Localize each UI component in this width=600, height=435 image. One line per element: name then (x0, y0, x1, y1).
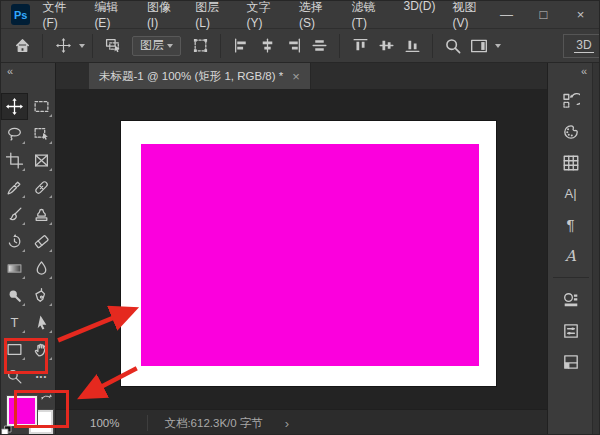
status-bar: 100% 文档:612.3K/0 字节 › (56, 409, 547, 435)
chevron-down-icon (167, 44, 173, 48)
close-button[interactable]: × (562, 1, 599, 28)
tool-spot-healing[interactable] (28, 174, 55, 201)
minimize-button[interactable]: — (488, 1, 525, 28)
tool-brush[interactable] (1, 201, 28, 228)
dock-edge (592, 63, 599, 435)
separator (220, 34, 221, 58)
menu-type[interactable]: 文字(Y) (247, 0, 283, 30)
align-left-button[interactable] (228, 33, 254, 59)
character-glyph: A| (564, 186, 576, 201)
maximize-button[interactable]: □ (525, 1, 562, 28)
photoshop-logo: Ps (11, 4, 30, 25)
divider (553, 277, 589, 278)
tools-panel: « (1, 63, 56, 435)
glyphs-panel-icon[interactable]: A (556, 240, 586, 271)
status-options-chevron[interactable]: › (285, 416, 289, 431)
tool-eraser[interactable] (28, 228, 55, 255)
menu-image[interactable]: 图像(I) (147, 0, 178, 30)
layer-target-dropdown[interactable]: 图层 (132, 36, 181, 56)
align-middle-vertical-button[interactable] (373, 33, 399, 59)
glyphs-glyph: A (565, 247, 576, 265)
paragraph-glyph: ¶ (566, 216, 574, 233)
tool-type[interactable]: T (1, 309, 28, 336)
tool-history-brush[interactable] (1, 228, 28, 255)
separator (339, 34, 340, 58)
distribute-vertical-centers-button[interactable] (306, 33, 332, 59)
tab-close-icon[interactable]: × (292, 69, 300, 84)
tool-blur[interactable] (28, 255, 55, 282)
workspace-switcher-icon[interactable] (466, 33, 492, 59)
color-panel-icon[interactable] (556, 116, 586, 147)
separator (42, 34, 43, 58)
menu-edit[interactable]: 编辑(E) (94, 0, 130, 30)
menu-3d[interactable]: 3D(D) (403, 0, 435, 30)
tool-lasso[interactable] (1, 120, 28, 147)
character-panel-icon[interactable]: A| (556, 178, 586, 209)
document-tab-title: 未标题-1 @ 100% (矩形 1, RGB/8) * (99, 69, 283, 84)
document-tab[interactable]: 未标题-1 @ 100% (矩形 1, RGB/8) * × (89, 63, 311, 89)
swap-colors-icon[interactable] (40, 393, 53, 403)
tool-rectangle[interactable] (1, 336, 28, 363)
menu-file[interactable]: 文件(F) (42, 0, 77, 30)
document-size-info: 文档:612.3K/0 字节 (164, 416, 262, 431)
document-tab-bar: 未标题-1 @ 100% (矩形 1, RGB/8) * × (56, 63, 547, 89)
magenta-rectangle-shape[interactable] (141, 144, 479, 366)
layers-panel-icon[interactable] (556, 346, 586, 377)
more-icon: ••• (36, 372, 47, 381)
libraries-panel-icon[interactable] (556, 284, 586, 315)
tool-eyedropper[interactable] (1, 174, 28, 201)
menu-bar: Ps 文件(F) 编辑(E) 图像(I) 图层(L) 文字(Y) 选择(S) 滤… (1, 1, 599, 29)
document-canvas[interactable] (121, 121, 496, 386)
tool-zoom[interactable] (1, 363, 28, 390)
layer-target-label: 图层 (140, 37, 164, 54)
color-swatches (1, 392, 56, 435)
tool-path-select[interactable] (28, 309, 55, 336)
workspace-chevron-icon[interactable] (495, 44, 501, 48)
zoom-level-field[interactable]: 100% (90, 417, 119, 429)
main-menus: 文件(F) 编辑(E) 图像(I) 图层(L) 文字(Y) 选择(S) 滤镜(T… (42, 0, 488, 30)
swatches-panel-icon[interactable] (556, 147, 586, 178)
3d-mode-button[interactable]: 3D (563, 34, 600, 58)
tool-frame[interactable] (28, 147, 55, 174)
tool-crop[interactable] (1, 147, 28, 174)
window-controls: — □ × (488, 1, 599, 28)
collapse-toolbar-button[interactable]: « (1, 63, 55, 79)
3d-mode-label: 3D (574, 38, 593, 53)
align-right-button[interactable] (280, 33, 306, 59)
properties-panel-icon[interactable] (556, 315, 586, 346)
move-tool-option-icon[interactable] (50, 33, 76, 59)
separator (147, 415, 148, 431)
edit-toolbar-button[interactable]: ••• (28, 363, 55, 390)
separator (92, 34, 93, 58)
menu-layer[interactable]: 图层(L) (195, 0, 229, 30)
align-top-button[interactable] (347, 33, 373, 59)
tool-preset-chevron-icon[interactable] (79, 44, 85, 48)
paragraph-panel-icon[interactable]: ¶ (556, 209, 586, 240)
home-button[interactable] (9, 33, 35, 59)
tool-marquee[interactable] (28, 93, 55, 120)
foreground-color-swatch[interactable] (7, 396, 37, 426)
tool-move[interactable] (1, 93, 28, 120)
canvas-pasteboard[interactable] (56, 89, 547, 409)
menu-view[interactable]: 视图(V) (452, 0, 488, 30)
history-panel-icon[interactable] (556, 85, 586, 116)
tool-options-bar: 图层 (1, 29, 599, 63)
default-colors-icon[interactable] (1, 425, 12, 435)
tool-clone-stamp[interactable] (28, 201, 55, 228)
photoshop-window: Ps 文件(F) 编辑(E) 图像(I) 图层(L) 文字(Y) 选择(S) 滤… (0, 0, 600, 435)
tool-dodge[interactable] (1, 282, 28, 309)
tool-pen[interactable] (28, 282, 55, 309)
panel-dock: « (547, 63, 599, 435)
search-icon[interactable] (440, 33, 466, 59)
align-bottom-button[interactable] (399, 33, 425, 59)
auto-select-icon[interactable] (100, 33, 126, 59)
menu-select[interactable]: 选择(S) (299, 0, 335, 30)
tool-object-selection[interactable] (28, 120, 55, 147)
transform-controls-toggle[interactable] (187, 33, 213, 59)
separator (432, 34, 433, 58)
tool-gradient[interactable] (1, 255, 28, 282)
type-tool-glyph: T (11, 315, 19, 330)
tool-hand[interactable] (28, 336, 55, 363)
align-center-horizontal-button[interactable] (254, 33, 280, 59)
menu-filter[interactable]: 滤镜(T) (352, 0, 387, 30)
